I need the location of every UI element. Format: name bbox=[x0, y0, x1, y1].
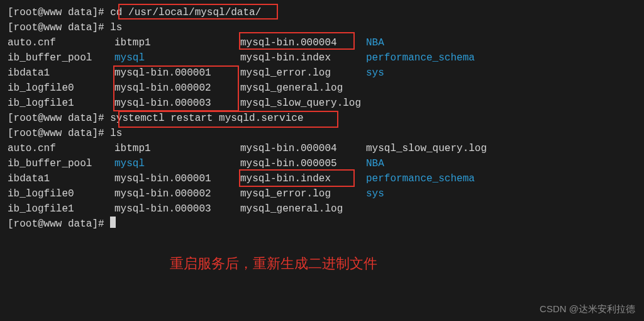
ls-command: ls bbox=[110, 126, 122, 141]
dir: performance_schema bbox=[366, 50, 475, 65]
ls-output-row: ib_logfile0mysql-bin.000002mysql_general… bbox=[8, 81, 636, 96]
dir: sys bbox=[366, 65, 384, 81]
file: mysql-bin.index bbox=[240, 50, 366, 65]
file: mysql-bin.000004 bbox=[240, 141, 366, 156]
file: auto.cnf bbox=[8, 141, 114, 156]
terminal-line: [root@www data]# ls bbox=[8, 126, 636, 141]
watermark: CSDN @达米安利拉德 bbox=[540, 302, 635, 317]
ls-output-row: ib_buffer_poolmysqlmysql-bin.000005NBA bbox=[8, 156, 636, 171]
dir: mysql bbox=[114, 50, 240, 65]
file: ib_logfile0 bbox=[8, 81, 114, 96]
prompt: [root@www data]# bbox=[8, 217, 110, 232]
terminal-line: [root@www data]# ls bbox=[8, 20, 636, 35]
file: mysql_slow_query.log bbox=[366, 141, 487, 156]
file: ib_logfile1 bbox=[8, 201, 114, 217]
file: ib_buffer_pool bbox=[8, 50, 114, 65]
prompt: [root@www data]# bbox=[8, 111, 110, 126]
ls-command: ls bbox=[110, 20, 122, 35]
file: mysql-bin.000004 bbox=[240, 35, 366, 50]
annotation-text: 重启服务后，重新生成二进制文件 bbox=[170, 253, 377, 274]
file: mysql_general.log bbox=[240, 201, 366, 217]
file: ib_logfile0 bbox=[8, 186, 114, 201]
file: mysql-bin.000005 bbox=[240, 156, 366, 171]
file: mysql-bin.000003 bbox=[114, 96, 240, 111]
prompt: [root@www data]# bbox=[8, 5, 110, 20]
dir: performance_schema bbox=[366, 171, 475, 186]
dir: NBA bbox=[366, 156, 384, 171]
ls-output-row: ib_logfile1mysql-bin.000003mysql_general… bbox=[8, 201, 636, 217]
file: mysql_general.log bbox=[240, 81, 366, 96]
file: mysql-bin.index bbox=[240, 171, 366, 186]
ls-output-row: ibdata1mysql-bin.000001mysql_error.logsy… bbox=[8, 65, 636, 81]
file: ibtmp1 bbox=[114, 35, 240, 50]
terminal-line: [root@www data]# bbox=[8, 217, 636, 232]
systemctl-command: systemctl restart mysqld.service bbox=[110, 111, 303, 126]
file: mysql-bin.000002 bbox=[114, 186, 240, 201]
file: ibdata1 bbox=[8, 171, 114, 186]
terminal-line: [root@www data]# cd /usr/local/mysql/dat… bbox=[8, 5, 636, 20]
file: ibdata1 bbox=[8, 65, 114, 81]
file: mysql-bin.000002 bbox=[114, 81, 240, 96]
file: auto.cnf bbox=[8, 35, 114, 50]
file: mysql_error.log bbox=[240, 65, 366, 81]
ls-output-row: ib_logfile0mysql-bin.000002mysql_error.l… bbox=[8, 186, 636, 201]
dir: mysql bbox=[114, 156, 240, 171]
prompt: [root@www data]# bbox=[8, 126, 110, 141]
ls-output-row: auto.cnfibtmp1mysql-bin.000004NBA bbox=[8, 35, 636, 50]
ls-output-row: auto.cnfibtmp1mysql-bin.000004mysql_slow… bbox=[8, 141, 636, 156]
cd-command: cd /usr/local/mysql/data/ bbox=[110, 5, 261, 20]
ls-output-row: ib_buffer_poolmysqlmysql-bin.indexperfor… bbox=[8, 50, 636, 65]
file: mysql-bin.000003 bbox=[114, 201, 240, 217]
file: mysql-bin.000001 bbox=[114, 65, 240, 81]
prompt: [root@www data]# bbox=[8, 20, 110, 35]
file: mysql_error.log bbox=[240, 186, 366, 201]
ls-output-row: ibdata1mysql-bin.000001mysql-bin.indexpe… bbox=[8, 171, 636, 186]
file: mysql-bin.000001 bbox=[114, 171, 240, 186]
file: ibtmp1 bbox=[114, 141, 240, 156]
file: ib_buffer_pool bbox=[8, 156, 114, 171]
terminal-line: [root@www data]# systemctl restart mysql… bbox=[8, 111, 636, 126]
cursor-icon bbox=[110, 217, 116, 228]
terminal[interactable]: [root@www data]# cd /usr/local/mysql/dat… bbox=[0, 0, 644, 237]
dir: NBA bbox=[366, 35, 384, 50]
dir: sys bbox=[366, 186, 384, 201]
file: mysql_slow_query.log bbox=[240, 96, 366, 111]
file: ib_logfile1 bbox=[8, 96, 114, 111]
ls-output-row: ib_logfile1mysql-bin.000003mysql_slow_qu… bbox=[8, 96, 636, 111]
